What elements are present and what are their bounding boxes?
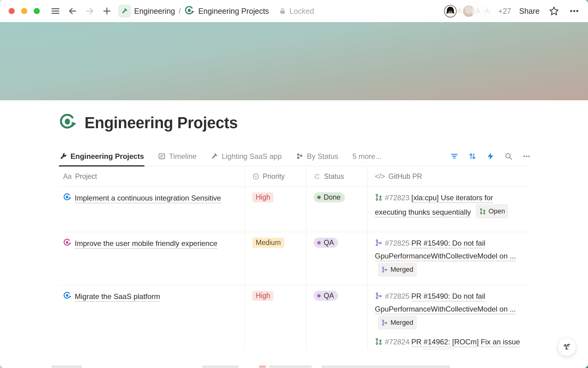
hammer-icon: [211, 152, 218, 160]
tab-label: Engineering Projects: [70, 152, 144, 161]
column-label: Status: [324, 172, 344, 181]
notion-ai-button[interactable]: [558, 338, 576, 356]
page-cover-image[interactable]: [0, 22, 588, 100]
more-icon[interactable]: [522, 152, 531, 160]
pr-state-label: Merged: [390, 316, 413, 329]
top-bar: Engineering / Engineering Projects Locke…: [0, 0, 588, 22]
status-cell[interactable]: Done: [306, 187, 368, 232]
status-dot: [317, 294, 321, 297]
status-pill[interactable]: QA: [314, 291, 338, 301]
view-toolbar: [450, 152, 531, 160]
star-icon[interactable]: [549, 6, 559, 16]
board-icon: [296, 152, 303, 160]
priority-cell[interactable]: Medium: [245, 232, 306, 285]
status-label: Done: [324, 193, 341, 201]
spiral-arrow-icon: [63, 239, 72, 247]
tab-more-views[interactable]: 5 more...: [352, 147, 382, 166]
pr-state-badge: Merged: [378, 316, 417, 330]
github-pr-cell[interactable]: #72825PR #15490: Do not fail GpuPerforma…: [368, 285, 531, 350]
tab-engineering-projects[interactable]: Engineering Projects: [59, 147, 145, 166]
project-title-link[interactable]: Improve the user mobile friendly experie…: [75, 239, 217, 247]
column-header-github-pr[interactable]: </> GitHub PR: [368, 167, 531, 186]
collaborator-avatars[interactable]: A A A: [444, 5, 493, 17]
status-pill[interactable]: Done: [314, 192, 345, 202]
github-pr-cell[interactable]: #72825PR #15490: Do not fail GpuPerforma…: [368, 232, 531, 285]
share-button[interactable]: Share: [519, 7, 540, 16]
project-cell[interactable]: Implement a continuous integration Sensi…: [59, 187, 245, 232]
status-icon: [314, 173, 321, 180]
column-header-project[interactable]: Aa Project: [59, 167, 245, 186]
tab-timeline[interactable]: Timeline: [157, 147, 197, 166]
forward-icon[interactable]: [83, 5, 96, 17]
automation-icon[interactable]: [486, 152, 495, 160]
spiral-arrow-icon: [63, 292, 72, 300]
tab-label: Lighting SaaS app: [222, 152, 282, 161]
sort-icon[interactable]: [468, 152, 477, 160]
status-cell[interactable]: QA: [306, 232, 368, 285]
project-title-link[interactable]: Implement a continuous integration Sensi…: [75, 194, 221, 202]
clipped-next-row: [202, 366, 239, 368]
column-header-priority[interactable]: Priority: [245, 167, 306, 186]
status-pill[interactable]: QA: [314, 238, 338, 248]
priority-pill[interactable]: High: [252, 192, 273, 202]
table-row: Improve the user mobile friendly experie…: [59, 232, 531, 285]
priority-pill[interactable]: Medium: [252, 238, 284, 248]
clipped-next-row: [51, 366, 82, 368]
code-icon: </>: [375, 172, 385, 181]
avatar[interactable]: A: [481, 5, 493, 17]
pr-state-badge: Open: [476, 204, 508, 218]
search-icon[interactable]: [504, 152, 513, 160]
pull-request-open-icon: [375, 338, 383, 345]
app-window: Engineering / Engineering Projects Locke…: [0, 0, 588, 368]
database-table: Aa Project Priority Status </> GitHub PR…: [59, 167, 531, 350]
pr-state-label: Open: [488, 205, 505, 218]
priority-cell[interactable]: High: [245, 285, 306, 350]
filter-icon[interactable]: [450, 152, 458, 160]
new-page-icon[interactable]: [100, 5, 113, 17]
spiral-arrow-icon[interactable]: [59, 113, 77, 132]
minimize-window-button[interactable]: [21, 8, 27, 14]
zoom-window-button[interactable]: [34, 8, 40, 14]
column-header-status[interactable]: Status: [306, 167, 368, 186]
pr-entry: #72825PR #15490: Do not fail GpuPerforma…: [375, 237, 525, 277]
project-cell[interactable]: Improve the user mobile friendly experie…: [59, 232, 245, 285]
breadcrumb-parent[interactable]: Engineering: [134, 7, 175, 16]
locked-label: Locked: [289, 7, 314, 16]
back-icon[interactable]: [66, 5, 79, 17]
avatar[interactable]: [444, 5, 457, 17]
github-pr-cell[interactable]: #72823[xla:cpu] Use iterators for execut…: [368, 187, 531, 232]
locked-indicator[interactable]: Locked: [279, 7, 314, 16]
lock-icon: [279, 7, 286, 15]
pull-request-merged-icon: [381, 319, 388, 326]
priority-pill[interactable]: High: [252, 291, 273, 301]
hammer-icon[interactable]: [118, 5, 131, 17]
avatar-overflow-count[interactable]: +27: [498, 7, 511, 16]
timeline-icon: [158, 152, 166, 160]
pr-number: #72824: [385, 338, 409, 346]
column-label: Project: [75, 172, 97, 181]
page-title[interactable]: Engineering Projects: [85, 114, 238, 132]
pr-state-label: Merged: [390, 263, 413, 276]
status-label: QA: [324, 292, 334, 300]
pull-request-merged-icon: [375, 239, 383, 247]
text-icon: Aa: [63, 172, 72, 181]
pr-entry: #72825PR #15490: Do not fail GpuPerforma…: [375, 290, 525, 330]
project-title-link[interactable]: Migrate the SaaS platform: [75, 292, 160, 301]
status-label: QA: [324, 239, 334, 247]
close-window-button[interactable]: [9, 8, 15, 14]
tab-lighting-saas-app[interactable]: Lighting SaaS app: [210, 147, 282, 166]
priority-cell[interactable]: High: [245, 187, 306, 232]
status-cell[interactable]: QA: [306, 285, 368, 350]
menu-icon[interactable]: [49, 5, 62, 17]
table-row: Migrate the SaaS platform High QA #72825…: [59, 285, 531, 350]
spiral-arrow-icon: [63, 193, 72, 202]
pr-number: #72825: [385, 239, 409, 247]
clipped-next-row: [322, 366, 450, 368]
view-tabs-bar: Engineering Projects Timeline Lighting S…: [59, 147, 531, 166]
project-cell[interactable]: Migrate the SaaS platform: [59, 285, 245, 350]
column-label: Priority: [263, 172, 285, 181]
breadcrumb-current[interactable]: Engineering Projects: [198, 7, 269, 16]
more-icon[interactable]: [569, 6, 579, 16]
tab-by-status[interactable]: By Status: [295, 147, 339, 166]
table-header-row: Aa Project Priority Status </> GitHub PR: [59, 167, 531, 187]
